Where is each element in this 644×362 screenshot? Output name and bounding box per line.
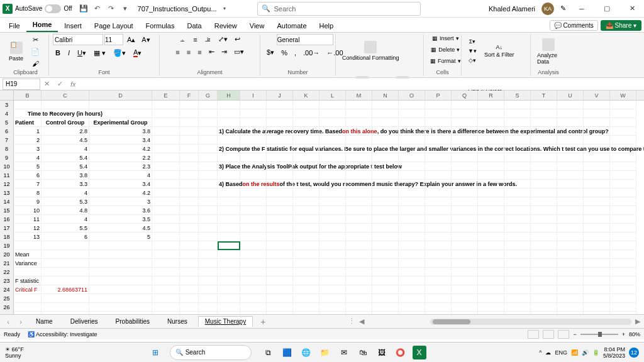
chrome-icon[interactable]: ⭕ [394,346,408,359]
cell-C9[interactable]: 5.4 [42,153,89,162]
col-header-N[interactable]: N [372,90,399,100]
spreadsheet-grid[interactable]: BCDEFGHIJKLMNOPQRSTUVW 34567891011121314… [0,90,644,314]
comments-button[interactable]: 💬 Comments [550,20,598,31]
tab-data[interactable]: Data [180,19,208,32]
select-all[interactable] [0,90,14,100]
cell-B16[interactable]: 11 [14,215,42,224]
dropdown-icon[interactable]: ▾ [120,4,130,14]
add-sheet-button[interactable]: + [257,317,269,327]
cell-B20[interactable]: Mean [14,250,42,259]
enter-icon[interactable]: ✓ [57,80,63,88]
paste-button[interactable]: 📋Paste [6,35,26,69]
tab-review[interactable]: Review [208,19,243,32]
filename[interactable]: 707_Instructions_Outpu... [138,5,217,13]
conditional-formatting-button[interactable]: Conditional Formatting [340,34,402,68]
font-size-select[interactable] [104,34,123,45]
col-header-Q[interactable]: Q [452,90,478,100]
col-header-E[interactable]: E [152,90,180,100]
cell-B21[interactable]: Variance [14,259,42,268]
increase-decimal-icon[interactable]: .00→ [301,47,322,58]
tab-page-layout[interactable]: Page Layout [88,19,140,32]
row-header-4[interactable]: 4 [0,109,14,118]
cell-B11[interactable]: 6 [14,171,42,180]
tab-insert[interactable]: Insert [58,19,88,32]
toggle-icon[interactable] [45,4,61,13]
redo-icon[interactable]: ↷ [106,4,116,14]
col-header-R[interactable]: R [478,90,504,100]
number-format-select[interactable] [277,34,333,45]
delete-button[interactable]: ▦ Delete ▾ [428,45,462,54]
cell-B18[interactable]: 13 [14,233,42,241]
wifi-icon[interactable]: 📶 [571,349,578,356]
zoom-level[interactable]: 80% [629,331,640,337]
col-header-H[interactable]: H [218,90,240,100]
taskbar-search[interactable]: 🔍Search [170,345,252,360]
name-box[interactable] [3,79,40,90]
cut-icon[interactable]: ✂ [28,35,42,45]
italic-button[interactable]: I [65,47,72,58]
percent-icon[interactable]: % [279,47,290,58]
format-painter-icon[interactable]: 🖌 [28,58,42,69]
cell-D6[interactable]: 3.8 [89,127,152,136]
align-right-icon[interactable]: ≡ [195,47,204,57]
cell-H10[interactable]: 3) Place the Analysis ToolPak output for… [218,162,240,171]
row-header-10[interactable]: 10 [0,162,14,171]
tab-help[interactable]: Help [313,19,340,32]
col-header-U[interactable]: U [557,90,584,100]
cell-D9[interactable]: 2.2 [89,153,152,162]
wrap-text-icon[interactable]: ↩ [232,34,243,45]
copy-icon[interactable]: 📄 [28,47,42,57]
cell-D10[interactable]: 2.3 [89,162,152,171]
col-header-D[interactable]: D [89,90,152,100]
cell-D12[interactable]: 3.4 [89,180,152,189]
search-input[interactable]: 🔍 Search [257,2,421,16]
decrease-font-icon[interactable]: A▾ [139,35,152,45]
cell-B7[interactable]: 2 [14,136,42,145]
col-header-B[interactable]: B [14,90,42,100]
align-middle-icon[interactable]: ≡ [191,34,199,45]
col-header-F[interactable]: F [180,90,199,100]
share-button[interactable]: 📤 Share ▾ [601,20,641,31]
cell-C15[interactable]: 4.8 [42,206,89,215]
row-header-9[interactable]: 9 [0,153,14,162]
page-break-view-button[interactable] [558,330,569,339]
col-header-K[interactable]: K [293,90,319,100]
col-header-T[interactable]: T [531,90,557,100]
row-header-19[interactable]: 19 [0,241,14,250]
row-header-27[interactable]: 27 [0,312,14,314]
sheet-nav-prev[interactable]: ‹ [4,318,13,326]
sheet-nav-next[interactable]: › [16,318,25,326]
row-header-23[interactable]: 23 [0,277,14,285]
orientation-icon[interactable]: ⤢▾ [216,34,230,45]
tab-menu-icon[interactable]: ⋮ [348,317,355,326]
cell-C4[interactable]: Time to Recovery (in hours) [42,109,89,118]
col-header-S[interactable]: S [504,90,531,100]
row-header-16[interactable]: 16 [0,215,14,224]
align-bottom-icon[interactable]: ⫡ [202,34,214,45]
align-top-icon[interactable]: ⫠ [177,34,189,45]
clock[interactable]: 8:04 PM5/8/2023 [603,346,625,359]
cell-B13[interactable]: 8 [14,189,42,197]
cell-H8[interactable]: 2) Compute the F statistic for equal var… [218,145,240,153]
sheet-tab-deliveries[interactable]: Deliveries [64,316,105,327]
maximize-button[interactable]: ▢ [597,1,616,16]
cell-C11[interactable]: 3.8 [42,171,89,180]
fill-color-icon[interactable]: 🪣▾ [111,47,128,58]
row-header-12[interactable]: 12 [0,180,14,189]
autosum-icon[interactable]: Σ▾ [465,37,479,46]
cell-H6[interactable]: 1) Calculate the average recovery time. … [218,127,240,136]
tab-view[interactable]: View [243,19,271,32]
battery-icon[interactable]: 🔋 [592,349,599,356]
merge-icon[interactable]: ▭▾ [231,47,247,57]
sheet-tab-name[interactable]: Name [29,316,60,327]
start-icon[interactable]: ⊞ [148,346,162,359]
font-color-icon[interactable]: A▾ [131,47,144,58]
row-header-7[interactable]: 7 [0,136,14,145]
zoom-out-button[interactable]: − [573,331,576,337]
weather-widget[interactable]: ☀ 66°F Sunny [5,346,24,359]
row-header-20[interactable]: 20 [0,250,14,259]
normal-view-button[interactable] [528,330,539,339]
mail-icon[interactable]: ✉ [337,346,351,359]
task-view-icon[interactable]: ⧉ [262,346,275,359]
col-header-J[interactable]: J [267,90,293,100]
